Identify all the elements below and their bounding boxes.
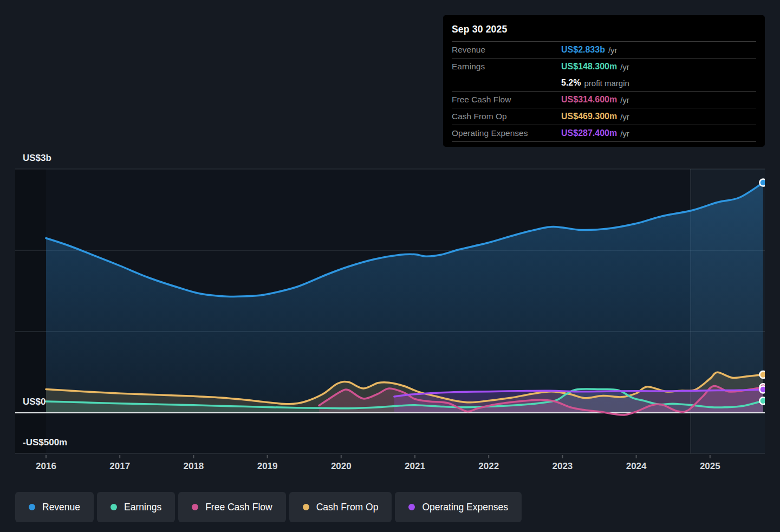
tooltip-row: 5.2%profit margin — [452, 75, 756, 91]
legend-dot-revenue — [29, 504, 35, 510]
tooltip-row-value: US$287.400m — [561, 128, 617, 138]
tooltip-row: Cash From OpUS$469.300m/yr — [452, 108, 756, 125]
legend-dot-fcf — [192, 504, 198, 510]
x-axis-label: 2016 — [22, 461, 70, 472]
tooltip-row-label: Cash From Op — [452, 112, 561, 121]
earnings-endpoint[interactable] — [759, 397, 766, 404]
tooltip-date: Sep 30 2025 — [452, 17, 756, 41]
tooltip-rows: RevenueUS$2.833b/yrEarningsUS$148.300m/y… — [452, 41, 756, 141]
legend-chip-opex[interactable]: Operating Expenses — [395, 492, 522, 522]
x-axis-label: 2019 — [243, 461, 292, 472]
legend-chip-fcf[interactable]: Free Cash Flow — [178, 492, 286, 522]
cfo-endpoint[interactable] — [759, 371, 766, 378]
legend-label: Earnings — [124, 502, 161, 513]
x-axis-label: 2025 — [686, 461, 734, 472]
tooltip-row-label: Free Cash Flow — [452, 95, 561, 105]
revenue-endpoint[interactable] — [759, 179, 766, 186]
y-axis-label: US$0 — [23, 397, 46, 407]
x-axis-label: 2022 — [464, 461, 513, 472]
tooltip-row: RevenueUS$2.833b/yr — [452, 41, 756, 58]
tooltip-row-suffix: /yr — [620, 112, 629, 121]
tooltip-row-suffix: /yr — [620, 62, 629, 72]
legend-chip-revenue[interactable]: Revenue — [15, 492, 94, 522]
legend-dot-earnings — [110, 504, 117, 510]
y-axis-label: -US$500m — [23, 437, 67, 448]
tooltip-row-suffix: /yr — [620, 95, 629, 105]
legend-dot-cfo — [303, 504, 309, 510]
legend-label: Revenue — [42, 502, 80, 513]
x-axis-label: 2020 — [317, 461, 366, 472]
legend-label: Free Cash Flow — [205, 502, 272, 513]
x-axis-label: 2023 — [538, 461, 587, 472]
tooltip-row-label: Revenue — [452, 45, 561, 55]
tooltip-row-value: US$314.600m — [561, 95, 617, 105]
tooltip-row: Operating ExpensesUS$287.400m/yr — [452, 125, 756, 141]
opex-endpoint[interactable] — [759, 386, 766, 393]
legend-dot-opex — [408, 504, 415, 510]
tooltip-row: Free Cash FlowUS$314.600m/yr — [452, 91, 756, 108]
tooltip-bottom-divider — [452, 141, 756, 147]
chart-tooltip: Sep 30 2025 RevenueUS$2.833b/yrEarningsU… — [443, 15, 765, 147]
tooltip-row: EarningsUS$148.300m/yr — [452, 58, 756, 75]
x-axis-label: 2024 — [612, 461, 661, 472]
legend-label: Cash From Op — [316, 502, 379, 513]
tooltip-row-suffix: profit margin — [584, 79, 629, 88]
tooltip-row-label: Operating Expenses — [452, 128, 561, 138]
y-axis-label: US$3b — [23, 153, 51, 164]
tooltip-row-value: US$469.300m — [561, 112, 617, 121]
tooltip-row-label: Earnings — [452, 62, 561, 72]
plot-left-margin — [15, 169, 46, 453]
chart-legend: RevenueEarningsFree Cash FlowCash From O… — [15, 492, 522, 522]
legend-label: Operating Expenses — [422, 502, 508, 513]
tooltip-row-value: 5.2% — [561, 78, 581, 88]
x-axis-label: 2018 — [169, 461, 218, 472]
tooltip-row-value: US$148.300m — [561, 62, 617, 72]
x-axis-label: 2021 — [391, 461, 439, 472]
tooltip-row-suffix: /yr — [620, 129, 629, 138]
legend-chip-cfo[interactable]: Cash From Op — [289, 492, 392, 522]
legend-chip-earnings[interactable]: Earnings — [97, 492, 175, 522]
x-axis-label: 2017 — [95, 461, 144, 472]
tooltip-row-suffix: /yr — [608, 46, 618, 55]
tooltip-row-value: US$2.833b — [561, 45, 605, 55]
financials-chart-page: Sep 30 2025 RevenueUS$2.833b/yrEarningsU… — [0, 0, 780, 532]
